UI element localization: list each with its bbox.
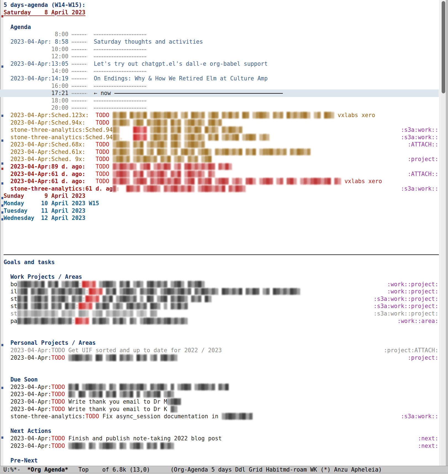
org-tag[interactable]: :s3a:work:: [401, 126, 438, 134]
fringe-indicator [1, 387, 3, 389]
echo-area [0, 474, 448, 476]
overdue-todo-line[interactable]: 2023-04-Apr:61 d. ago: TODO ▒▓█▓▒ ▓▒█ ▒▓… [4, 170, 439, 178]
todo-line[interactable]: stone-three-analytics:TODO Fix async_ses… [4, 413, 439, 420]
text-span: 12:00 [4, 53, 72, 60]
org-tag[interactable]: :work::project: [387, 288, 438, 295]
text-span: il [4, 288, 17, 295]
todo-line[interactable]: bo▒▓█▓▒▓▒█ ▓▒█ ▒▓▒▓█:█▓▒▓ ▒▓█▓▒ ▓▒█ ▒▓▒ … [4, 281, 439, 288]
time-grid-line[interactable]: 8:00 [4, 31, 439, 38]
text-span [89, 171, 96, 177]
section-header-next-actions[interactable]: Next Actions [4, 427, 439, 435]
todo-line[interactable]: 2023-04-Apr:TODO ▓▒█ ▒▓█▓▒▓▒ ▓▒ █▓▒▓▒▓█▒… [4, 383, 439, 391]
todo-line[interactable]: 2023-04-Apr:TODO Write thank you email t… [4, 398, 439, 406]
fringe-indicator [1, 344, 3, 346]
text-span [87, 31, 94, 38]
text-span: 16:00 [4, 83, 72, 89]
agenda-date-header-sunday[interactable]: Sunday 9 April 2023 [4, 192, 439, 200]
text-span: Monday 10 April 2023 W15 [4, 200, 99, 207]
section-header-goals[interactable]: Goals and tasks [4, 259, 439, 266]
time-grid-dots [72, 93, 87, 94]
text-span: █▓▒▓ [82, 281, 96, 288]
overdue-todo-line[interactable]: stone-three-analytics:61 d. ag▓: █▓▒▓ ▒▓… [4, 185, 439, 193]
org-tag[interactable]: :project: [408, 156, 438, 163]
text-span [87, 46, 94, 52]
buffer-name[interactable]: *Org Agenda* [27, 466, 68, 473]
todo-line[interactable]: 2023-04-Apr:TODO ▓▒ █▓ ▒▓▒█ ▓▒█ ▒▓▒█ ▓ ▒… [4, 391, 439, 398]
scheduled-todo-line[interactable]: 2023-04-Apr:Sched.61x: TODO ▓▒█▓▒ ▒▓█ ▒▓… [4, 148, 439, 156]
agenda-event-line[interactable]: 2023-04-Apr: 8:58 Saturday thoughts and … [4, 38, 439, 46]
modeline-text[interactable]: U:%*- [0, 466, 27, 473]
section-header-personal-projects[interactable]: Personal Projects / Areas [4, 339, 439, 347]
section-header-agenda[interactable]: Agenda [4, 23, 439, 31]
text-span [65, 384, 68, 390]
text-span: TODO [85, 413, 99, 420]
text-span: ▒█▓▒▓ ▓█▒ ▒▓█▒▓▒ ▓▒█ ▒▓▒▓█ ▒▓█▓ ▒▓▒ [150, 134, 270, 141]
modeline-text[interactable]: Top of 6.8k (13,0) [68, 466, 170, 473]
text-span [89, 178, 96, 185]
time-grid-line[interactable]: 18:00 [4, 97, 439, 104]
org-tag[interactable]: :ATTACH:: [408, 141, 438, 148]
text-span: 2023-04-Apr:13:05 [4, 61, 72, 67]
text-span: st [4, 310, 17, 317]
section-header-pre-next[interactable]: Pre-Next [4, 457, 439, 464]
agenda-event-line[interactable]: 2023-04-Apr:13:05 Let's try out chatgpt.… [4, 60, 439, 68]
time-grid-line[interactable]: 14:00 [4, 67, 439, 75]
org-tag[interactable]: :s3a:work::project: [374, 295, 439, 303]
text-span: 2023-04-Apr:89 d. ago: [4, 163, 89, 170]
buffer-title[interactable]: 5 days-agenda (W14-W15): [4, 1, 439, 9]
scheduled-todo-line[interactable]: 2023-04-Apr:Sched. 9x: TODO ▒▓█▒▓ ▒▓▒█▓▒… [4, 156, 439, 163]
agenda-date-header-saturday[interactable]: Saturday 8 April 2023 [4, 9, 439, 16]
todo-line[interactable]: 2023-04-Apr:TODO Write thank you email t… [4, 406, 439, 413]
org-tag[interactable]: :next: [418, 442, 438, 450]
text-span [109, 119, 113, 126]
todo-line[interactable]: 2023-04-Apr:TODO Get UIF sorted and up t… [4, 347, 439, 354]
fringe-indicator [1, 65, 3, 68]
blank-line [4, 369, 439, 376]
section-header-due-soon[interactable]: Due Soon [4, 376, 439, 383]
overdue-todo-line[interactable]: 2023-04-Apr:61 d. ago: TODO ▓▒█▓▒ ▒▓█▓ ▓… [4, 178, 439, 185]
org-tag[interactable]: :s3a:work:: [401, 134, 438, 141]
todo-line[interactable]: st▓▒█ ▒▓█▒▓ ▓▒▓ █▒▓:█▓▒▓ ▓▒█▓ ▒▓▒ ▓█▒▓▒▓… [4, 303, 439, 310]
scrollbar-rail[interactable] [439, 0, 448, 466]
emacs-modeline[interactable]: U:%*- *Org Agenda* Top of 6.8k (13,0) (O… [0, 466, 448, 474]
org-tag[interactable]: :project:ATTACH: [384, 347, 438, 354]
org-tag[interactable]: :s3a:work::project: [374, 310, 439, 317]
org-tag[interactable]: :s3a:work::project: [374, 303, 439, 310]
scrollbar-thumb[interactable] [442, 1, 445, 93]
time-grid-dots [72, 108, 87, 109]
agenda-date-header-monday[interactable]: Monday 10 April 2023 W15 [4, 200, 439, 207]
todo-line[interactable]: pa▓▒█▓▒▓▒█▓▒▓▒█▓▒▓:█▓▒▓ ▓▒█▓▒ ▓▒█▒ ▓▒ ▒▓… [4, 317, 439, 325]
blank-line [4, 16, 439, 23]
now-indicator-line[interactable]: 17:21 ← now [4, 90, 439, 97]
time-grid-line[interactable]: 16:00 [4, 82, 439, 90]
time-grid-line[interactable]: 12:00 [4, 53, 439, 60]
org-tag[interactable]: :s3a:work:: [401, 413, 438, 420]
scheduled-todo-line[interactable]: 2023-04-Apr:Sched.123x: TODO ▓▒█▓ █▒▓▒█ … [4, 112, 439, 119]
todo-line[interactable]: il▒▓█ ▓▒█▓▒ ▓▒▓█▒▓▒▓█▒:█▓▒▓ ▓▒█ ▒▓█▓▒ ▓▒… [4, 288, 439, 295]
todo-line[interactable]: 2023-04-Apr:TODO ▒▓█▓▒ ▓▒ ▒▓█▓▒ ▓▒ ▒▓█▒ … [4, 442, 439, 450]
section-header-work-projects[interactable]: Work Projects / Areas [4, 273, 439, 281]
org-tag[interactable]: :work::project: [387, 281, 438, 288]
text-span: 2023-04-Apr:TODO Get UIF sorted and up t… [4, 347, 222, 354]
text-span [87, 90, 94, 96]
modeline-text[interactable]: (Org-Agenda 5 days Ddl Grid Habitmd-roam… [170, 466, 382, 473]
todo-line[interactable]: st▓▒█▒▓█▓▒▓▒█▒ ▓▒▓▒ █▓▒ ▒▓█ ▓▒█▓▒▓▒▓ ▒▓▒… [4, 310, 439, 317]
overdue-todo-line[interactable]: 2023-04-Apr:89 d. ago: TODO ▓▒█▓▒▓▒ ▒▓█ … [4, 163, 439, 170]
org-tag[interactable]: :ATTACH:: [408, 170, 438, 178]
scheduled-todo-line[interactable]: 2023-04-Apr:Sched.94x: TODO ▓▒█▓▒ ▒█▓ ▓▒… [4, 119, 439, 127]
scheduled-todo-line[interactable]: stone-three-analytics:Sched.94▓▒ █▓▒▓ ▒▓… [4, 126, 439, 134]
todo-line[interactable]: st▓▒█ ▒▓█▒▓ ▓▒▓█▒ ▓▒▓:█▓▒▓ ▓▒█ ▒▓█▓▒▓ ▒ … [4, 295, 439, 303]
scheduled-todo-line[interactable]: stone-three-analytics:Sched.94▓▒. █▓▒▓ ▒… [4, 134, 439, 141]
org-tag[interactable]: :s3a:work:: [401, 185, 438, 193]
org-tag[interactable]: :next: [418, 435, 438, 442]
scheduled-todo-line[interactable]: 2023-04-Apr:Sched.68x: TODO ▒▓█▓▒ ▓▒█ ▒▓… [4, 141, 439, 148]
agenda-date-header-tuesday[interactable]: Tuesday 11 April 2023 [4, 207, 439, 215]
agenda-date-header-wednesday[interactable]: Wednesday 12 April 2023 [4, 214, 439, 222]
org-tag[interactable]: :project: [408, 354, 438, 362]
time-grid-line[interactable]: 10:00 [4, 46, 439, 53]
todo-line[interactable]: 2023-04-Apr:TODO ▒▓█▓▒▓▒ █▓ ▒▓█ ▓▒▓▒ █▒▓… [4, 354, 439, 362]
org-tag[interactable]: :work::area: [397, 317, 438, 325]
todo-line[interactable]: 2023-04-Apr:TODO Finish and publish note… [4, 435, 439, 442]
agenda-event-line[interactable]: 2023-04-Apr:14:19 On Endings: Why & How … [4, 75, 439, 82]
time-grid-line[interactable]: 20:00 [4, 104, 439, 112]
